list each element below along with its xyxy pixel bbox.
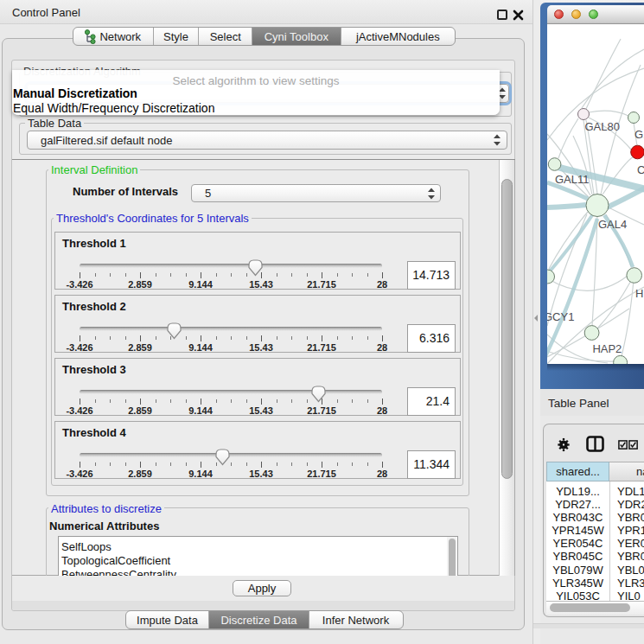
svg-text:HAP2: HAP2	[592, 342, 622, 355]
svg-text:G..: G..	[634, 128, 644, 141]
svg-text:GAL11: GAL11	[555, 173, 590, 186]
svg-text:GAL4: GAL4	[598, 218, 627, 231]
svg-text:C: C	[637, 163, 644, 176]
svg-text:GCY1: GCY1	[547, 310, 574, 323]
svg-text:H: H	[635, 287, 643, 300]
svg-text:GAL80: GAL80	[585, 120, 620, 133]
